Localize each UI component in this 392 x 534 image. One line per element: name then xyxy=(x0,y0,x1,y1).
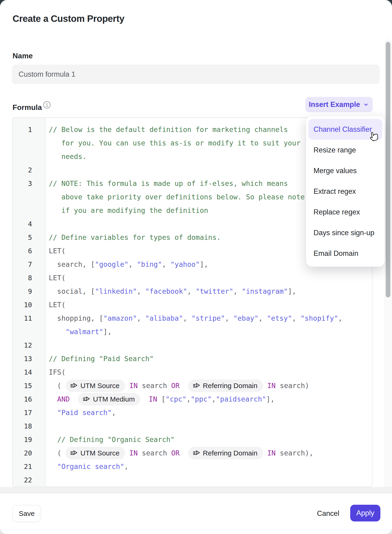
line-number: 16 xyxy=(13,392,45,406)
code-line xyxy=(45,473,372,487)
variable-token-icon xyxy=(82,395,90,403)
code-line: AND UTM Medium IN ["cpc","ppc","paidsear… xyxy=(45,392,372,406)
variable-token-icon xyxy=(192,382,200,390)
modal-scrollbar-thumb[interactable] xyxy=(386,42,390,298)
field-token-label: Referring Domain xyxy=(203,446,257,460)
line-number: 19 xyxy=(13,433,45,446)
variable-token-icon xyxy=(70,382,78,390)
line-number: 3 xyxy=(13,177,45,190)
name-label: Name xyxy=(13,52,33,60)
line-number: 6 xyxy=(13,244,45,258)
code-row: 19 // Defining "Organic Search" xyxy=(13,433,372,446)
code-row: 18 xyxy=(13,420,372,433)
code-line xyxy=(45,420,372,433)
line-number: 5 xyxy=(13,231,45,244)
footer-divider xyxy=(0,493,392,493)
field-token-label: UTM Source xyxy=(80,446,119,460)
code-row: 21 "Organic search", xyxy=(13,460,372,473)
menu-item-resize-range[interactable]: Resize range xyxy=(308,140,382,160)
code-line: LET( xyxy=(45,298,372,312)
save-button[interactable]: Save xyxy=(12,505,41,522)
field-token-label: Referring Domain xyxy=(203,379,257,392)
code-row: 16 AND UTM Medium IN ["cpc","ppc","paids… xyxy=(13,392,372,406)
field-token[interactable]: UTM Source xyxy=(65,447,125,459)
code-row: 17 "Paid search", xyxy=(13,406,372,420)
field-token[interactable]: Referring Domain xyxy=(188,379,263,392)
code-row: 12 xyxy=(13,339,372,352)
line-number: 21 xyxy=(13,460,45,473)
menu-item-days-since-sign-up[interactable]: Days since sign-up xyxy=(308,222,382,243)
code-line: LET( xyxy=(45,271,372,285)
hand-cursor-icon xyxy=(368,129,380,143)
code-line: ( UTM Source IN search OR Referring Doma… xyxy=(45,446,372,460)
line-number: 14 xyxy=(13,365,45,379)
line-number: 11 xyxy=(13,312,45,325)
code-line: "walmart"], xyxy=(45,325,372,339)
line-number: 15 xyxy=(13,379,45,392)
name-input[interactable]: Custom formula 1 xyxy=(12,65,379,84)
code-row: 9 social, ["linkedin", "facebook", "twit… xyxy=(13,285,372,298)
code-row: 11 shopping, ["amazon", "alibaba", "stri… xyxy=(13,312,372,325)
editor-bottom-strip xyxy=(0,487,392,493)
code-line: social, ["linkedin", "facebook", "twitte… xyxy=(45,285,372,298)
field-token-label: UTM Medium xyxy=(93,392,135,406)
line-number: 18 xyxy=(13,420,45,433)
field-token[interactable]: Referring Domain xyxy=(188,447,263,459)
line-number xyxy=(13,150,45,163)
code-line: shopping, ["amazon", "alibaba", "stripe"… xyxy=(45,312,372,325)
code-row: 13// Defining "Paid Search" xyxy=(13,352,372,365)
info-icon[interactable] xyxy=(43,101,51,109)
code-row: 10LET( xyxy=(13,298,372,312)
menu-item-email-domain[interactable]: Email Domain xyxy=(308,243,382,264)
menu-item-merge-values[interactable]: Merge values xyxy=(308,160,382,181)
formula-label: Formula xyxy=(13,103,42,112)
insert-example-button[interactable]: Insert Example xyxy=(305,97,373,112)
menu-item-extract-regex[interactable]: Extract regex xyxy=(308,181,382,202)
code-line: // Defining "Paid Search" xyxy=(45,352,372,365)
code-row: 22 xyxy=(13,473,372,487)
code-line xyxy=(45,339,372,352)
line-number: 8 xyxy=(13,271,45,285)
line-number: 4 xyxy=(13,217,45,231)
line-number: 1 xyxy=(13,123,45,136)
insert-example-label: Insert Example xyxy=(309,100,360,109)
line-number xyxy=(13,190,45,204)
line-number: 20 xyxy=(13,446,45,460)
code-line: "Organic search", xyxy=(45,460,372,473)
code-row: 14IFS( xyxy=(13,365,372,379)
line-number: 9 xyxy=(13,285,45,298)
menu-item-replace-regex[interactable]: Replace regex xyxy=(308,202,382,222)
field-token[interactable]: UTM Medium xyxy=(78,393,140,406)
create-custom-property-modal: Create a Custom Property Name Custom for… xyxy=(0,0,392,534)
variable-token-icon xyxy=(192,449,200,457)
line-number xyxy=(13,204,45,217)
code-line: "Paid search", xyxy=(45,406,372,420)
field-token[interactable]: UTM Source xyxy=(65,379,125,392)
code-row: 8LET( xyxy=(13,271,372,285)
variable-token-icon xyxy=(70,449,78,457)
line-number: 7 xyxy=(13,258,45,271)
apply-button[interactable]: Apply xyxy=(350,505,380,521)
line-number xyxy=(13,136,45,150)
line-number: 13 xyxy=(13,352,45,365)
line-number: 2 xyxy=(13,163,45,177)
line-number: 10 xyxy=(13,298,45,312)
cancel-button[interactable]: Cancel xyxy=(313,505,343,522)
code-row: 20 ( UTM Source IN search OR Referring D… xyxy=(13,446,372,460)
code-line: // Defining "Organic Search" xyxy=(45,433,372,446)
chevron-down-icon xyxy=(363,101,369,108)
code-row: 15 ( UTM Source IN search OR Referring D… xyxy=(13,379,372,392)
modal-title: Create a Custom Property xyxy=(13,14,124,24)
field-token-label: UTM Source xyxy=(80,379,119,392)
line-number: 22 xyxy=(13,473,45,487)
code-line: ( UTM Source IN search OR Referring Doma… xyxy=(45,379,372,392)
line-number xyxy=(13,325,45,339)
name-input-value: Custom formula 1 xyxy=(19,70,75,79)
code-line: IFS( xyxy=(45,365,372,379)
line-number: 17 xyxy=(13,406,45,420)
line-number: 12 xyxy=(13,339,45,352)
code-row: "walmart"], xyxy=(13,325,372,339)
